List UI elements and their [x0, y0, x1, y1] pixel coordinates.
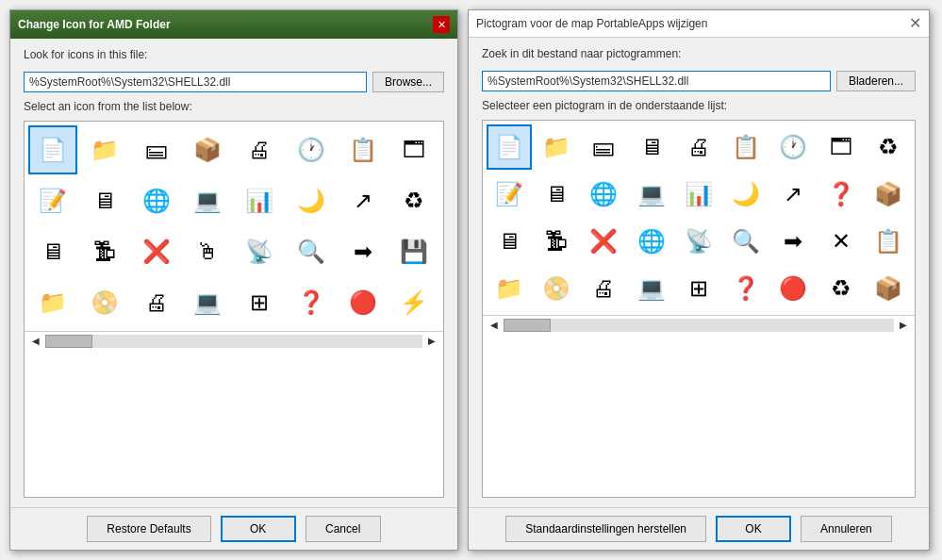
icon-cell[interactable]: 📀	[80, 278, 129, 327]
scroll-thumb[interactable]	[45, 335, 92, 348]
icon-cell[interactable]: 🗜	[534, 219, 579, 264]
dialog-title-dutch: Pictogram voor de map PortableApps wijzi…	[476, 17, 707, 30]
icon-cell[interactable]: 💻	[183, 176, 232, 225]
icon-cell[interactable]: 🌙	[287, 176, 336, 225]
close-button-dutch[interactable]: ✕	[909, 16, 921, 31]
icon-cell[interactable]: ♻	[818, 266, 864, 311]
icon-cell[interactable]: 🖨	[581, 266, 626, 311]
icon-cell[interactable]: 🖥	[80, 176, 129, 225]
icon-cell[interactable]: ⊞	[235, 278, 284, 327]
icon-cell[interactable]: 🕐	[287, 125, 336, 174]
icon-cell[interactable]: 📋	[339, 125, 388, 174]
dialog-change-icon-amd: Change Icon for AMD Folder ✕ Look for ic…	[9, 9, 458, 551]
scroll-thumb-dutch[interactable]	[504, 319, 551, 332]
icon-cell[interactable]: 🗜	[80, 227, 129, 276]
icon-cell[interactable]: 🖴	[132, 125, 181, 174]
icon-cell[interactable]: 🖨	[676, 124, 721, 170]
icon-cell[interactable]: 🗔	[389, 125, 438, 174]
icon-cell[interactable]: 🔍	[723, 219, 768, 264]
icon-cell[interactable]: ❌	[581, 219, 626, 264]
icon-cell[interactable]: ➡	[339, 227, 388, 276]
icon-cell[interactable]: 🖱	[183, 227, 232, 276]
restore-defaults-button-dutch[interactable]: Standaardinstellingen herstellen	[505, 516, 706, 542]
icon-cell[interactable]: ❓	[287, 278, 336, 327]
dialog-title: Change Icon for AMD Folder	[18, 18, 171, 31]
icon-cell[interactable]: 🕐	[770, 124, 816, 170]
ok-button[interactable]: OK	[221, 516, 296, 542]
scroll-track-dutch[interactable]	[504, 319, 894, 332]
restore-defaults-button[interactable]: Restore Defaults	[87, 516, 210, 542]
icon-cell[interactable]: 🌐	[132, 176, 181, 225]
icon-cell[interactable]: ❓	[818, 172, 864, 217]
close-button[interactable]: ✕	[433, 16, 450, 33]
icon-cell[interactable]: 🖥	[28, 227, 77, 276]
icon-cell[interactable]: ✕	[818, 219, 864, 264]
icon-cell[interactable]: 📄	[487, 124, 532, 170]
file-path-input[interactable]	[24, 72, 367, 92]
icon-cell[interactable]: 🖴	[581, 124, 626, 170]
file-row-dutch: Bladeren...	[482, 71, 916, 91]
icon-cell[interactable]: ➡	[770, 219, 816, 264]
icon-cell[interactable]: 📀	[534, 266, 579, 311]
scroll-right-arrow-dutch[interactable]: ▶	[896, 318, 911, 332]
icon-cell[interactable]: 💻	[629, 266, 674, 311]
icon-grid-container-dutch: 📄📁🖴🖥🖨📋🕐🗔♻📝🖥🌐💻📊🌙↗❓📦🖥🗜❌🌐📡🔍➡✕📋📁📀🖨💻⊞❓🔴♻📦 ◀ ▶	[482, 120, 916, 498]
icon-cell[interactable]: ❓	[723, 266, 768, 311]
icon-cell[interactable]: ❌	[132, 227, 181, 276]
icon-cell[interactable]: 📁	[80, 125, 129, 174]
icon-cell[interactable]: 📝	[28, 176, 77, 225]
icon-cell[interactable]: ↗	[339, 176, 388, 225]
icon-cell[interactable]: 📊	[235, 176, 284, 225]
icon-cell[interactable]: 📋	[866, 219, 911, 264]
icon-cell[interactable]: 📦	[183, 125, 232, 174]
icon-cell[interactable]: 📁	[28, 278, 77, 327]
ok-button-dutch[interactable]: OK	[716, 516, 791, 542]
icon-cell[interactable]: ♻	[389, 176, 438, 225]
scrollbar-row: ◀ ▶	[25, 331, 443, 350]
icon-cell[interactable]: 📝	[487, 172, 532, 217]
browse-button-dutch[interactable]: Bladeren...	[836, 71, 916, 91]
icon-cell[interactable]: 🔍	[287, 227, 336, 276]
scrollbar-row-dutch: ◀ ▶	[483, 315, 915, 334]
browse-button[interactable]: Browse...	[372, 72, 444, 92]
icon-cell[interactable]: ⊞	[676, 266, 721, 311]
cancel-button[interactable]: Cancel	[306, 516, 381, 542]
icon-cell[interactable]: ♻	[866, 124, 911, 170]
icon-cell[interactable]: 📊	[676, 172, 721, 217]
icon-cell[interactable]: 🌐	[629, 219, 674, 264]
icon-cell[interactable]: 🖥	[534, 172, 579, 217]
icon-cell[interactable]: 🌐	[581, 172, 626, 217]
icon-cell[interactable]: 🖨	[132, 278, 181, 327]
icon-cell[interactable]: 🖥	[487, 219, 532, 264]
icon-cell[interactable]: 💻	[183, 278, 232, 327]
icon-cell[interactable]: 🔴	[339, 278, 388, 327]
icon-cell[interactable]: 📄	[28, 125, 77, 174]
icon-cell[interactable]: 🖥	[629, 124, 674, 170]
scroll-right-arrow[interactable]: ▶	[424, 334, 439, 348]
icon-grid: 📄📁🖴📦🖨🕐📋🗔📝🖥🌐💻📊🌙↗♻🖥🗜❌🖱📡🔍➡💾📁📀🖨💻⊞❓🔴⚡	[25, 122, 443, 331]
icon-cell[interactable]: 🗔	[818, 124, 864, 170]
icon-cell[interactable]: 🔴	[770, 266, 816, 311]
icon-cell[interactable]: 📋	[723, 124, 768, 170]
file-row: Browse...	[24, 72, 444, 92]
icon-grid-label: Select an icon from the list below:	[24, 100, 444, 113]
cancel-button-dutch[interactable]: Annuleren	[801, 516, 892, 542]
icon-cell[interactable]: 🖨	[235, 125, 284, 174]
icon-cell[interactable]: 💾	[389, 227, 438, 276]
icon-cell[interactable]: 📁	[534, 124, 579, 170]
icon-cell[interactable]: ⚡	[389, 278, 438, 327]
icon-grid-dutch: 📄📁🖴🖥🖨📋🕐🗔♻📝🖥🌐💻📊🌙↗❓📦🖥🗜❌🌐📡🔍➡✕📋📁📀🖨💻⊞❓🔴♻📦	[483, 121, 915, 315]
scroll-left-arrow-dutch[interactable]: ◀	[487, 318, 502, 332]
icon-cell[interactable]: 📡	[676, 219, 721, 264]
file-label: Look for icons in this file:	[24, 48, 444, 61]
scroll-track[interactable]	[45, 335, 422, 348]
icon-cell[interactable]: 📦	[866, 266, 911, 311]
icon-cell[interactable]: 💻	[629, 172, 674, 217]
scroll-left-arrow[interactable]: ◀	[28, 334, 43, 348]
icon-cell[interactable]: ↗	[770, 172, 816, 217]
icon-cell[interactable]: 📦	[866, 172, 911, 217]
icon-cell[interactable]: 📁	[487, 266, 532, 311]
icon-cell[interactable]: 🌙	[723, 172, 768, 217]
icon-cell[interactable]: 📡	[235, 227, 284, 276]
file-path-input-dutch[interactable]	[482, 71, 831, 91]
